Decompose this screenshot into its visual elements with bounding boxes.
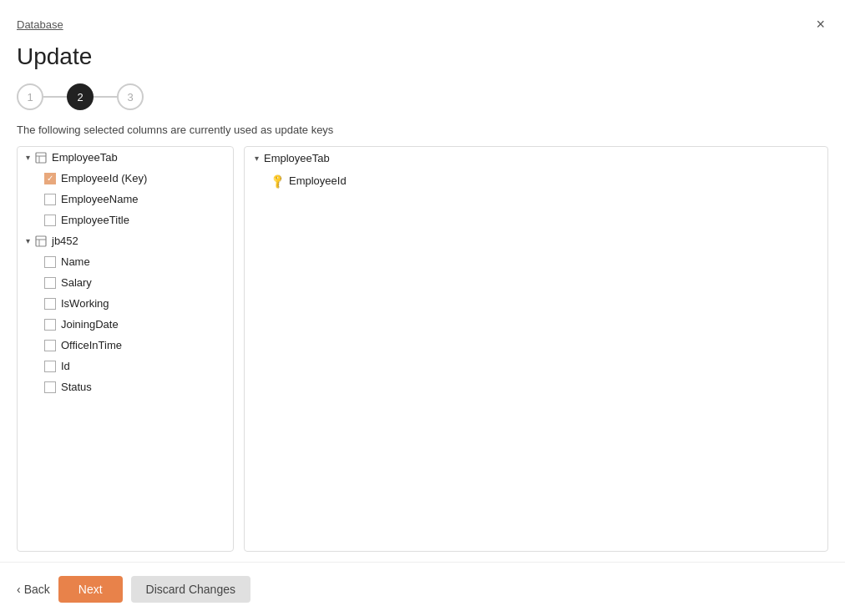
right-list-item: 🔑 EmployeeId <box>245 169 827 192</box>
list-item[interactable]: Salary <box>18 272 233 293</box>
item-label: EmployeeName <box>61 193 139 205</box>
list-item[interactable]: JoiningDate <box>18 314 233 335</box>
stepper: 1 2 3 <box>0 70 845 124</box>
list-item[interactable]: Status <box>18 376 233 397</box>
right-panel: ▾ EmployeeTab 🔑 EmployeeId <box>244 146 828 552</box>
description-text: The following selected columns are curre… <box>0 124 845 146</box>
step-1: 1 <box>17 83 43 110</box>
chevron-icon: ▾ <box>26 153 30 162</box>
checkbox-name[interactable] <box>44 256 56 268</box>
close-button[interactable]: × <box>812 13 828 35</box>
list-item[interactable]: EmployeeId (Key) <box>18 168 233 189</box>
checkbox-employeetitle[interactable] <box>44 215 56 226</box>
footer: ‹ Back Next Discard Changes <box>0 562 845 616</box>
checkbox-employeeid[interactable] <box>44 173 56 184</box>
next-button[interactable]: Next <box>58 576 123 603</box>
item-label: Name <box>61 255 90 268</box>
modal-header: Database × <box>0 0 845 35</box>
group-label: EmployeeTab <box>52 151 118 164</box>
checkbox-salary[interactable] <box>44 277 56 289</box>
chevron-icon: ▾ <box>26 236 30 245</box>
svg-rect-3 <box>36 236 46 246</box>
step-3: 3 <box>117 83 144 110</box>
discard-button[interactable]: Discard Changes <box>131 576 250 603</box>
chevron-icon: ▾ <box>255 154 259 163</box>
table-icon <box>35 235 47 247</box>
item-label: Id <box>61 360 70 372</box>
list-item[interactable]: OfficeInTime <box>18 335 233 356</box>
left-panel: ▾ EmployeeTab EmployeeId (Key) Employ <box>17 146 234 552</box>
back-button[interactable]: ‹ Back <box>17 583 50 596</box>
step-2: 2 <box>67 83 94 110</box>
list-item[interactable]: EmployeeTitle <box>18 210 233 230</box>
item-label: Status <box>61 381 92 393</box>
back-arrow-icon: ‹ <box>17 583 21 596</box>
item-label: EmployeeTitle <box>61 214 129 226</box>
back-label: Back <box>24 583 50 596</box>
item-label: IsWorking <box>61 297 109 310</box>
item-label: EmployeeId (Key) <box>61 172 147 184</box>
list-item[interactable]: Id <box>18 356 233 376</box>
checkbox-status[interactable] <box>44 381 56 393</box>
content-area: ▾ EmployeeTab EmployeeId (Key) Employ <box>0 146 845 552</box>
group-label: jb452 <box>52 235 78 247</box>
checkbox-id[interactable] <box>44 361 56 372</box>
item-label: Salary <box>61 276 92 289</box>
right-group-employeetab: ▾ EmployeeTab <box>245 147 827 169</box>
modal-container: Database × Update 1 2 3 The following se… <box>0 0 845 616</box>
item-label: OfficeInTime <box>61 339 122 351</box>
group-jb452[interactable]: ▾ jb452 <box>18 230 233 251</box>
step-line-1 <box>43 96 67 98</box>
checkbox-officeintime[interactable] <box>44 340 56 351</box>
item-label: JoiningDate <box>61 318 119 331</box>
checkbox-isworking[interactable] <box>44 298 56 310</box>
breadcrumb[interactable]: Database <box>17 18 63 31</box>
svg-rect-0 <box>36 153 46 163</box>
checkbox-employeename[interactable] <box>44 194 56 205</box>
checkbox-joiningdate[interactable] <box>44 319 56 331</box>
key-icon: 🔑 <box>269 172 286 189</box>
right-item-label: EmployeeId <box>289 174 347 187</box>
right-group-label: EmployeeTab <box>264 152 330 164</box>
list-item[interactable]: IsWorking <box>18 293 233 314</box>
step-line-2 <box>94 96 117 98</box>
list-item[interactable]: Name <box>18 251 233 272</box>
table-icon <box>35 152 47 164</box>
list-item[interactable]: EmployeeName <box>18 189 233 210</box>
page-title: Update <box>0 35 845 70</box>
group-employeetab[interactable]: ▾ EmployeeTab <box>18 147 233 168</box>
